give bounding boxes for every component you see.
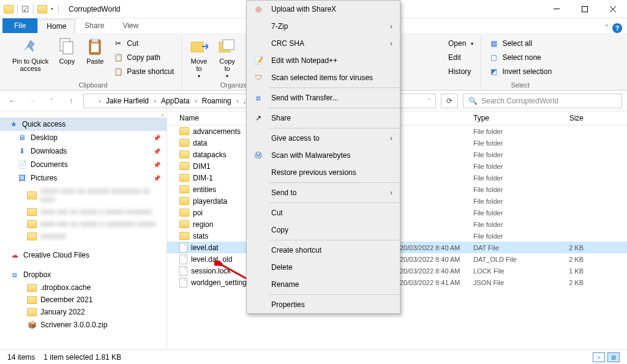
copy-path-button[interactable]: 📋Copy path <box>110 51 178 64</box>
pin-quick-access-button[interactable]: Pin to Quick access <box>9 35 52 73</box>
paste-shortcut-button[interactable]: 📋Paste shortcut <box>110 65 178 78</box>
tab-file[interactable]: File <box>2 18 37 33</box>
window-title: CorruptedWorld <box>69 5 120 13</box>
scroll-up-icon[interactable]: ˄ <box>161 114 164 121</box>
file-type: File folder <box>473 209 547 217</box>
chevron-right-icon: › <box>390 134 392 143</box>
sidebar-item[interactable]: xxxx xxx xx xxxxx x xxxxx xxxxxxx <box>0 206 167 218</box>
select-all-button[interactable]: ▦Select all <box>485 37 555 50</box>
documents-icon: 📄 <box>17 160 27 169</box>
file-type: File folder <box>473 174 547 182</box>
close-button[interactable] <box>599 0 627 18</box>
sidebar-desktop[interactable]: 🖥Desktop📌 <box>0 131 167 144</box>
sidebar-scrivener[interactable]: 📦Scrivener 3.0.0.0.zip <box>0 318 167 332</box>
ctx-share[interactable]: ↗Share <box>247 110 400 127</box>
ctx-restore[interactable]: Restore previous versions <box>247 164 400 181</box>
ctx-cut[interactable]: Cut <box>247 204 400 221</box>
back-button[interactable]: ← <box>5 94 20 108</box>
thumb-view-icon[interactable]: ▦ <box>607 352 620 362</box>
file-type: File folder <box>473 163 547 170</box>
group-organize-label: Organize <box>220 81 248 90</box>
sidebar-creative-cloud[interactable]: ☁Creative Cloud Files <box>0 248 167 262</box>
details-view-icon[interactable]: ≡ <box>593 352 605 362</box>
help-icon[interactable]: ? <box>612 23 622 33</box>
forward-button[interactable]: → <box>24 94 39 108</box>
folder-icon <box>27 296 37 304</box>
column-date[interactable] <box>400 114 473 122</box>
ctx-upload-sharex[interactable]: ◎Upload with ShareX <box>247 1 400 18</box>
ctx-7zip[interactable]: 7-Zip› <box>247 18 400 35</box>
ctx-send-to[interactable]: Send to› <box>247 184 400 201</box>
move-to-button[interactable]: Move to▾ <box>186 35 212 80</box>
ctx-delete[interactable]: Delete <box>247 259 400 276</box>
copy-path-icon: 📋 <box>113 53 123 62</box>
paste-button[interactable]: Paste <box>81 35 108 66</box>
ctx-scan-virus[interactable]: 🛡Scan selected items for viruses <box>247 69 400 86</box>
tab-home[interactable]: Home <box>37 19 75 33</box>
sidebar-quick-access[interactable]: ★Quick access <box>0 117 167 131</box>
dropbox-icon: ⧈ <box>10 270 20 280</box>
column-type[interactable]: Type <box>473 114 547 122</box>
ctx-send-transfer[interactable]: ⧈Send with Transfer... <box>247 89 400 106</box>
tab-share[interactable]: Share <box>75 18 113 33</box>
file-name: level.dat_old <box>191 255 232 264</box>
ctx-rename[interactable]: Rename <box>247 276 400 293</box>
refresh-button[interactable]: ⟳ <box>441 94 458 108</box>
folder-icon <box>27 232 37 240</box>
history-button[interactable]: History <box>445 65 477 78</box>
file-date: 20/03/2022 8:40 AM <box>400 244 473 251</box>
tab-view[interactable]: View <box>113 18 148 33</box>
sidebar-dropbox-cache[interactable]: .dropbox.cache <box>0 281 167 294</box>
ctx-create-shortcut[interactable]: Create shortcut <box>247 242 400 259</box>
invert-selection-button[interactable]: ◩Invert selection <box>485 65 555 78</box>
sidebar-item[interactable]: xxxxx xxxx xx xxxxxx xxxxxxxx xx xxxx <box>0 185 167 206</box>
sidebar-dec-2021[interactable]: December 2021 <box>0 294 167 306</box>
recent-dropdown[interactable]: ˅ <box>44 94 59 108</box>
zip-icon: 📦 <box>27 320 37 330</box>
up-button[interactable]: ↑ <box>64 94 78 108</box>
minimize-button[interactable] <box>543 0 571 18</box>
file-icon <box>179 278 187 288</box>
sidebar-downloads[interactable]: ⬇Downloads📌 <box>0 144 167 158</box>
folder-icon <box>179 185 189 193</box>
cut-button[interactable]: ✂Cut <box>110 37 178 50</box>
status-selection: 1 item selected 1.81 KB <box>43 353 121 362</box>
folder-icon <box>27 208 37 216</box>
sidebar-item[interactable]: xxxx xxx xx xxxxx x xxxxxxxx xxxxx <box>0 218 167 230</box>
chevron-down-icon[interactable]: ˅ <box>427 98 433 104</box>
select-none-button[interactable]: ▢Select none <box>485 51 555 64</box>
ctx-malwarebytes[interactable]: ⓂScan with Malwarebytes <box>247 147 400 164</box>
file-name: region <box>193 220 213 229</box>
pin-icon <box>21 37 40 56</box>
qat-dropdown-icon[interactable]: ▾ <box>50 6 54 12</box>
file-type: File folder <box>473 232 547 240</box>
select-all-icon: ▦ <box>489 39 498 48</box>
edit-button[interactable]: Edit <box>445 51 477 64</box>
file-type: File folder <box>473 139 547 147</box>
ctx-give-access[interactable]: Give access to› <box>247 130 400 147</box>
column-size[interactable]: Size <box>547 114 596 122</box>
ctx-copy[interactable]: Copy <box>247 221 400 239</box>
sidebar-dropbox[interactable]: ⧈Dropbox <box>0 268 167 281</box>
maximize-button[interactable] <box>571 0 599 18</box>
copy-to-button[interactable]: Copy to▾ <box>214 35 241 80</box>
ctx-notepadpp[interactable]: 📝Edit with Notepad++ <box>247 52 400 69</box>
file-type: DAT File <box>473 244 547 251</box>
file-name: level.dat <box>191 243 219 252</box>
folder-icon <box>27 191 37 199</box>
ctx-crc[interactable]: CRC SHA› <box>247 35 400 52</box>
qat-checkbox-icon[interactable]: ☑ <box>21 4 29 14</box>
sidebar-pictures[interactable]: 🖼Pictures📌 <box>0 171 167 185</box>
sidebar-documents[interactable]: 📄Documents📌 <box>0 158 167 171</box>
copy-button[interactable]: Copy <box>53 35 80 66</box>
notepad-icon: 📝 <box>253 55 264 66</box>
sidebar-item[interactable]: xxxxxxx <box>0 230 167 242</box>
open-button[interactable]: Open ▾ <box>445 37 477 50</box>
sidebar-jan-2022[interactable]: January 2022 <box>0 306 167 318</box>
search-input[interactable]: 🔍 Search CorruptedWorld <box>463 94 622 108</box>
folder-icon <box>179 174 189 182</box>
ctx-properties[interactable]: Properties <box>247 296 400 313</box>
ribbon-collapse-icon[interactable]: ˅ <box>605 24 609 32</box>
pictures-icon: 🖼 <box>17 173 27 183</box>
folder-icon <box>4 5 13 13</box>
